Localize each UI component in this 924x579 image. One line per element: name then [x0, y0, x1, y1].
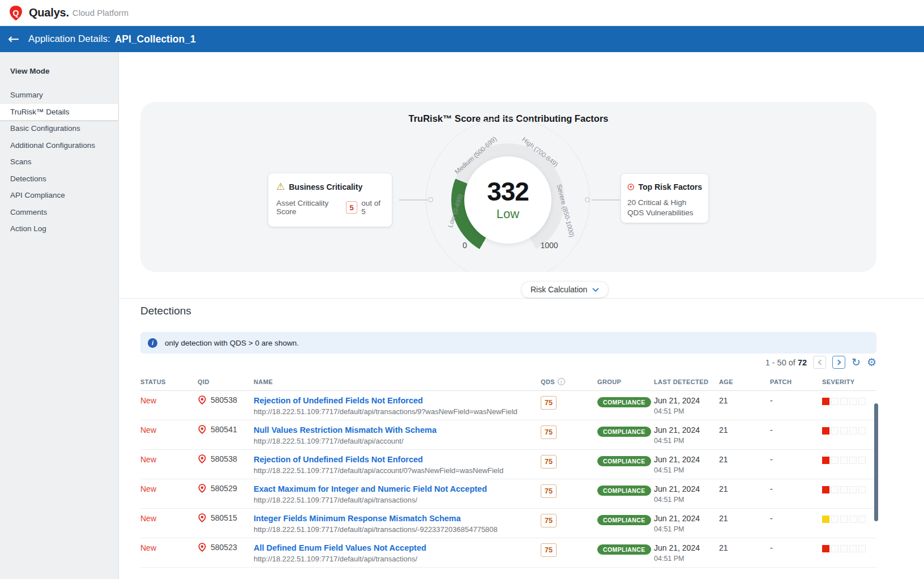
- next-page-button[interactable]: [832, 356, 845, 369]
- group-badge: COMPLIANCE: [597, 456, 651, 466]
- severity-empty-square: [831, 398, 839, 405]
- column-header-status[interactable]: STATUS: [140, 378, 198, 385]
- group-badge: COMPLIANCE: [597, 427, 651, 437]
- sidebar-item-trurisk-details[interactable]: TruRisk™ Details: [0, 104, 118, 121]
- asset-criticality-score: 5: [346, 201, 358, 214]
- status-badge: New: [140, 484, 156, 493]
- last-detected-time: 04:51 PM: [654, 407, 719, 415]
- vertical-scrollbar[interactable]: [874, 403, 878, 521]
- last-detected-date: Jun 21, 2024: [654, 514, 719, 523]
- qds-score: 75: [541, 396, 557, 410]
- severity-filled-square: [822, 398, 829, 405]
- qualys-shield-icon: [198, 425, 207, 434]
- risk-calculation-toggle[interactable]: Risk Calculation: [521, 281, 609, 298]
- settings-gear-icon[interactable]: ⚙: [867, 357, 876, 368]
- info-banner: i only detection with QDS > 0 are shown.: [140, 332, 876, 354]
- application-name: API_Collection_1: [115, 33, 196, 45]
- column-header-qid[interactable]: QID: [198, 378, 254, 385]
- last-detected-date: Jun 21, 2024: [654, 543, 719, 552]
- sidebar-item-scans[interactable]: Scans: [0, 154, 118, 171]
- column-header-name[interactable]: NAME: [254, 378, 541, 385]
- business-criticality-title: Business Criticality: [289, 182, 362, 191]
- qds-score: 75: [541, 455, 557, 469]
- sidebar-item-basic-configurations[interactable]: Basic Configurations: [0, 120, 118, 137]
- patch-value: -: [770, 450, 822, 464]
- column-header-last-detected[interactable]: LAST DETECTED: [654, 378, 719, 385]
- qid-value: 580538: [211, 454, 237, 463]
- severity-filled-square: [822, 457, 829, 464]
- severity-empty-square: [858, 427, 866, 435]
- connector-dot-right: [585, 197, 590, 202]
- qualys-cloud-platform-page: Q Qualys. Cloud Platform ← Application D…: [0, 0, 924, 579]
- group-badge: COMPLIANCE: [597, 486, 651, 496]
- age-value: 21: [719, 450, 770, 464]
- column-header-group[interactable]: GROUP: [597, 378, 654, 385]
- status-badge: New: [140, 543, 156, 552]
- column-header-qds[interactable]: QDSi: [541, 378, 597, 385]
- severity-empty-square: [849, 398, 857, 405]
- severity-empty-square: [849, 457, 857, 464]
- detection-name-link[interactable]: Null Values Restriction Mismatch With Sc…: [254, 425, 541, 435]
- sidebar-item-comments[interactable]: Comments: [0, 204, 118, 221]
- group-badge: COMPLIANCE: [597, 544, 651, 555]
- sidebar-item-additional-configurations[interactable]: Additional Configurations: [0, 137, 118, 154]
- severity-empty-square: [840, 427, 848, 435]
- column-header-age[interactable]: AGE: [719, 378, 770, 385]
- qualys-shield-icon: [198, 454, 207, 463]
- sidebar-item-api-compliance[interactable]: API Compliance: [0, 187, 118, 204]
- table-row: New580541Null Values Restriction Mismatc…: [140, 420, 876, 450]
- previous-page-button[interactable]: [813, 356, 826, 369]
- severity-indicator: [822, 509, 876, 523]
- connector-dot-left: [428, 197, 433, 202]
- severity-empty-square: [840, 545, 848, 552]
- svg-text:Q: Q: [13, 8, 19, 17]
- sidebar-item-summary[interactable]: Summary: [0, 87, 118, 104]
- qualys-shield-icon: [198, 513, 207, 522]
- severity-empty-square: [840, 457, 848, 464]
- sidebar-item-action-log[interactable]: Action Log: [0, 220, 118, 237]
- severity-indicator: [822, 538, 876, 552]
- detection-url: http://18.222.51.109:7717/default/api/tr…: [254, 555, 541, 563]
- top-brand-bar: Q Qualys. Cloud Platform: [0, 0, 924, 26]
- qds-score: 75: [541, 484, 557, 498]
- sidebar-item-detections[interactable]: Detections: [0, 171, 118, 188]
- gauge-max-label: 1000: [540, 241, 558, 250]
- detection-name-link[interactable]: All Defined Enum Field Values Not Accept…: [254, 543, 541, 552]
- table-row: New580538Rejection of Undefined Fields N…: [140, 391, 876, 420]
- severity-empty-square: [840, 516, 848, 523]
- status-badge: New: [140, 455, 156, 464]
- sidebar: View Mode SummaryTruRisk™ DetailsBasic C…: [0, 52, 119, 579]
- group-badge: COMPLIANCE: [597, 515, 651, 525]
- trurisk-gauge-center: 332 Low: [464, 156, 551, 244]
- last-detected-time: 04:51 PM: [654, 437, 719, 445]
- qid-value: 580523: [211, 543, 237, 552]
- back-arrow-icon[interactable]: ←: [8, 32, 19, 46]
- qid-value: 580529: [211, 484, 237, 493]
- column-header-patch[interactable]: PATCH: [770, 378, 822, 385]
- business-criticality-card: ⚠ Business Criticality Asset Criticality…: [268, 173, 392, 227]
- severity-filled-square: [822, 516, 829, 523]
- status-badge: New: [140, 425, 156, 435]
- refresh-icon[interactable]: ↻: [852, 357, 861, 368]
- detection-url: http://18.222.51.109:7717/default/api/ac…: [254, 437, 541, 445]
- detection-name-link[interactable]: Integer Fields Minimum Response Mismatch…: [254, 514, 541, 523]
- top-risk-factors-title: Top Risk Factors: [638, 182, 702, 191]
- last-detected-time: 04:51 PM: [654, 525, 719, 533]
- severity-empty-square: [831, 545, 839, 552]
- detection-name-link[interactable]: Rejection of Undefined Fields Not Enforc…: [254, 455, 541, 464]
- severity-empty-square: [858, 398, 866, 405]
- column-header-severity[interactable]: SEVERITY: [822, 378, 876, 385]
- patch-value: -: [770, 538, 822, 552]
- severity-empty-square: [849, 516, 857, 523]
- detection-name-link[interactable]: Rejection of Undefined Fields Not Enforc…: [254, 396, 541, 405]
- severity-empty-square: [858, 545, 866, 552]
- patch-value: -: [770, 391, 822, 405]
- severity-empty-square: [858, 457, 866, 464]
- risk-calculation-label: Risk Calculation: [531, 285, 587, 294]
- age-value: 21: [719, 479, 770, 493]
- severity-empty-square: [840, 398, 848, 405]
- qid-value: 580541: [211, 425, 237, 434]
- top-risk-factors-description: 20 Critical & High QDS Vulnerabilities: [627, 198, 702, 218]
- main-content: TruRisk™ Score and its Contributing Fact…: [119, 52, 924, 579]
- detection-name-link[interactable]: Exact Maximum for Integer and Numeric Fi…: [254, 484, 541, 493]
